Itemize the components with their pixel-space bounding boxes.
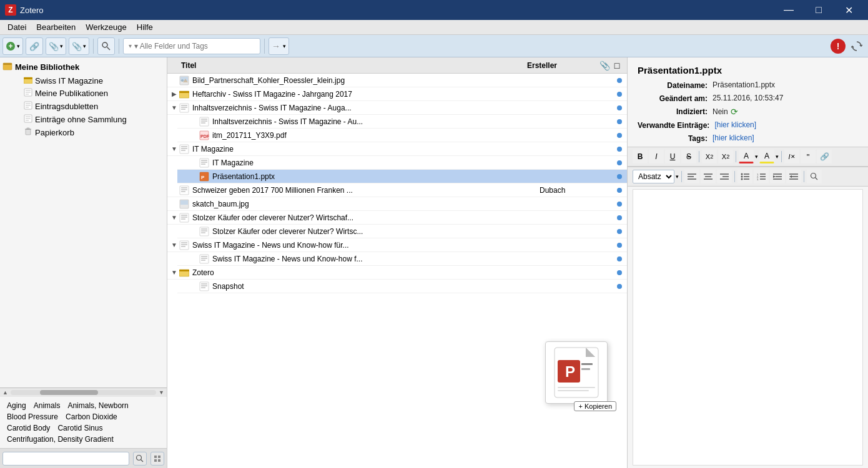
related-link[interactable]: [hier klicken] [714,120,756,129]
quick-search-button[interactable] [97,37,115,55]
table-row[interactable]: ▼ Zotero [167,266,627,280]
note-col-icon[interactable]: □ [612,61,622,71]
expand-btn[interactable] [190,158,199,167]
add-by-id-button[interactable]: 🔗 [26,37,43,55]
tag-animals[interactable]: Animals [32,401,62,411]
col-title-header[interactable]: Titel [179,61,525,70]
table-row[interactable]: Snapshot [177,280,627,293]
expand-swiss-it[interactable] [15,76,24,85]
tag-carotid-body[interactable]: Carotid Body [5,423,52,433]
sidebar-item-my-pubs[interactable]: Meine Publikationen [10,87,167,100]
strikethrough-button[interactable]: S [681,150,696,163]
reindex-icon[interactable]: ⟳ [731,107,738,117]
expand-btn[interactable]: ▼ [170,213,179,222]
tag-search-input[interactable] [2,452,129,466]
remove-format-button[interactable]: I✕ [784,150,799,163]
table-row[interactable]: ▶ Heftarchiv - Swiss IT Magazine - Jahrg… [167,87,627,101]
expand-duplicates[interactable] [15,102,24,111]
tag-list-icon[interactable] [150,452,164,466]
expand-my-pubs[interactable] [15,89,24,98]
table-row[interactable]: PDF itm_201711_Y3X9.pdf [177,129,627,142]
table-row[interactable]: ▼ IT Magazine [167,142,627,156]
table-row[interactable]: Bild_Partnerschaft_Kohler_Roessler_klein… [167,74,627,87]
link-button[interactable]: 🔗 [817,150,832,163]
highlight-dropdown[interactable]: ▾ [776,154,779,160]
search-box[interactable]: ▾ [123,38,260,54]
font-color-dropdown[interactable]: ▾ [755,154,758,160]
num-list-button[interactable]: 1.2.3. [754,170,769,183]
menu-bearbeiten[interactable]: Bearbeiten [31,21,81,33]
table-row[interactable]: Schweizer geben 2017 700 Millionen Frank… [167,183,627,197]
table-row[interactable]: IT Magazine [177,156,627,170]
expand-btn[interactable] [190,282,199,291]
expand-btn[interactable] [190,117,199,126]
attach-button[interactable]: 📎 ▾ [46,37,66,55]
col-creator-header[interactable]: Ersteller [525,61,599,70]
tag-search-icon[interactable] [133,452,147,466]
paragraph-dropdown[interactable]: ▾ [676,173,679,180]
sidebar-item-duplicates[interactable]: Eintragsdubletten [10,100,167,113]
table-row[interactable]: Stolzer Käufer oder cleverer Nutzer? Wir… [177,225,627,238]
forward-button[interactable]: → ▾ [269,37,289,55]
table-row[interactable]: ▼ Inhaltsverzeichnis - Swiss IT Magazine… [167,101,627,115]
locate-button[interactable]: 📎 ▾ [69,37,89,55]
search-input[interactable] [134,42,255,51]
table-row[interactable]: P Präsentation1.pptx [177,170,627,183]
sync-button[interactable] [848,37,866,55]
expand-btn[interactable] [170,186,179,195]
expand-btn[interactable]: ▼ [170,145,179,154]
align-center-button[interactable] [701,170,716,183]
indent-button[interactable] [786,170,801,183]
menu-hilfe[interactable]: Hilfe [132,21,158,33]
tag-animals-newborn[interactable]: Animals, Newborn [66,401,130,411]
menu-datei[interactable]: Datei [2,21,31,33]
expand-btn[interactable] [170,200,179,208]
new-item-button[interactable]: + ▾ [2,37,23,55]
italic-button[interactable]: I [649,150,664,163]
expand-btn[interactable] [190,227,199,236]
menu-werkzeuge[interactable]: Werkzeuge [81,21,132,33]
attach-col-icon[interactable]: 📎 [599,61,609,71]
font-color-button[interactable]: A [739,150,754,163]
table-row[interactable]: ▼ Swiss IT Magazine - News und Know-how … [167,238,627,252]
table-row[interactable]: ▼ Stolzer Käufer oder cleverer Nutzer? W… [167,211,627,225]
blockquote-button[interactable]: " [801,150,816,163]
expand-btn[interactable] [190,255,199,263]
expand-btn[interactable]: ▼ [170,241,179,250]
find-in-note-button[interactable] [807,170,822,183]
expand-btn[interactable] [190,172,199,181]
table-row[interactable]: Swiss IT Magazine - News und Know-how f.… [177,252,627,266]
highlight-button[interactable]: A [759,150,774,163]
tag-centrifugation[interactable]: Centrifugation, Density Gradient [5,434,116,444]
close-button[interactable]: ✕ [834,0,863,20]
expand-btn[interactable]: ▶ [170,90,179,99]
tags-link[interactable]: [hier klicken] [713,134,754,142]
table-row[interactable]: skatch_baum.jpg [167,197,627,211]
sidebar-item-swiss-it[interactable]: Swiss IT Magazine [10,74,167,87]
underline-button[interactable]: U [665,150,680,163]
expand-no-collection[interactable] [15,115,24,124]
bold-button[interactable]: B [633,150,648,163]
expand-btn[interactable] [170,76,179,85]
minimize-button[interactable]: — [774,0,803,20]
align-right-button[interactable] [717,170,732,183]
bullet-list-button[interactable] [737,170,752,183]
paragraph-select[interactable]: Absatz [633,170,674,183]
superscript-button[interactable]: X2 [718,150,733,163]
sidebar-item-trash[interactable]: Papierkorb [10,126,167,139]
align-left-button[interactable] [684,170,699,183]
outdent-button[interactable] [770,170,785,183]
expand-trash[interactable] [15,129,24,137]
subscript-button[interactable]: X2 [702,150,717,163]
sidebar-item-no-collection[interactable]: Einträge ohne Sammlung [10,113,167,126]
tag-carotid-sinus[interactable]: Carotid Sinus [56,423,104,433]
expand-btn[interactable]: ▼ [170,268,179,277]
library-root[interactable]: Meine Bibliothek [0,60,167,74]
note-area[interactable] [633,189,863,466]
tag-aging[interactable]: Aging [5,401,28,411]
maximize-button[interactable]: □ [804,0,833,20]
table-row[interactable]: Inhaltsverzeichnis - Swiss IT Magazine -… [177,115,627,129]
tag-carbon-dioxide[interactable]: Carbon Dioxide [64,412,119,422]
expand-btn[interactable] [190,131,199,140]
expand-btn[interactable]: ▼ [170,104,179,112]
